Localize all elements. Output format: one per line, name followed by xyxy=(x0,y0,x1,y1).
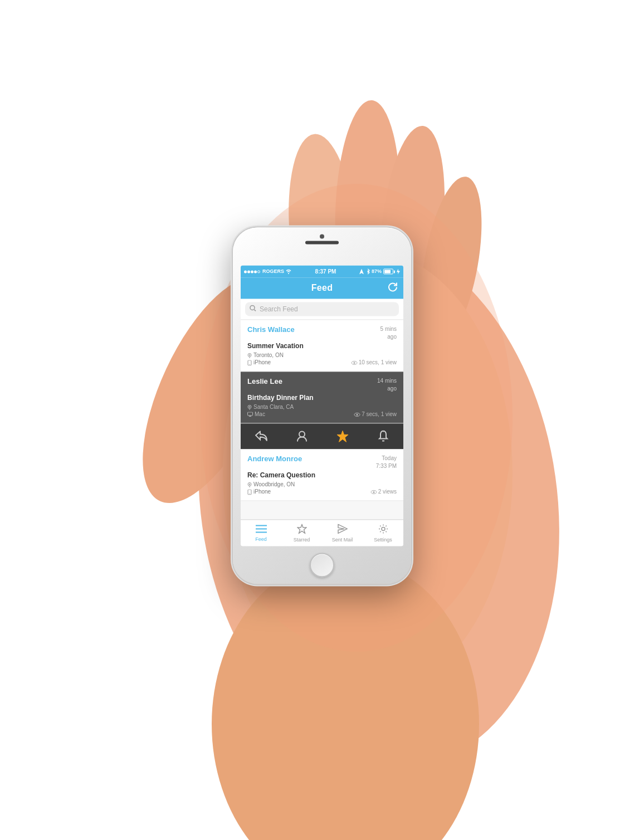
search-icon xyxy=(250,305,256,313)
location-arrow-icon xyxy=(359,268,364,274)
navigation-bar: Feed xyxy=(241,277,403,299)
feed-item-1-title: Summer Vacation xyxy=(247,342,397,350)
feed-item-1-time: 5 mins ago xyxy=(380,325,397,341)
feed-item-2-views: 7 secs, 1 view xyxy=(354,411,397,417)
battery-body xyxy=(383,268,393,274)
feed-item-2-device: Mac xyxy=(247,411,265,417)
phone-container: ROGERS 8:37 PM xyxy=(233,227,411,584)
refresh-button[interactable] xyxy=(388,282,398,294)
battery-percent: 87% xyxy=(372,268,382,274)
tab-bar: Feed Starred xyxy=(241,519,403,546)
speaker xyxy=(305,241,339,244)
feed-item-1-device: iPhone xyxy=(247,359,271,365)
feed-item-leslie-lee[interactable]: Leslie Lee 14 mins ago Birthday Dinner P… xyxy=(241,372,403,423)
home-button[interactable] xyxy=(310,553,334,577)
feed-item-3-location-row: Woodbridge, ON xyxy=(247,481,397,487)
svg-point-42 xyxy=(382,527,385,530)
feed-item-2-name: Leslie Lee xyxy=(247,377,282,385)
svg-marker-40 xyxy=(297,524,306,533)
feed-tab-icon xyxy=(256,524,267,535)
eye-icon-3 xyxy=(370,490,377,494)
reply-button[interactable] xyxy=(255,431,267,442)
bell-button[interactable] xyxy=(378,430,389,442)
signal-dot-4 xyxy=(254,270,257,273)
feed-item-1-location-row: Toronto, ON xyxy=(247,352,397,358)
star-button[interactable] xyxy=(336,430,349,442)
phone-top-elements xyxy=(305,234,339,244)
feed-item-3-views: 2 views xyxy=(370,489,397,495)
pin-icon-2 xyxy=(247,404,252,410)
svg-point-25 xyxy=(357,413,358,415)
tab-starred[interactable]: Starred xyxy=(281,520,322,546)
eye-icon-1 xyxy=(351,360,358,365)
tab-feed[interactable]: Feed xyxy=(241,520,281,546)
search-container: Search Feed xyxy=(241,299,403,320)
feed-item-1-device-row: iPhone 10 secs, 1 view xyxy=(247,359,397,365)
feed-item-2-device-row: Mac 7 secs, 1 view xyxy=(247,411,397,417)
feed-item-1-header: Chris Wallace 5 mins ago xyxy=(247,325,397,341)
battery-tip xyxy=(394,270,395,273)
feed-item-3-name: Andrew Monroe xyxy=(247,455,302,463)
pin-icon-3 xyxy=(247,482,252,487)
main-scene: ROGERS 8:37 PM xyxy=(0,0,644,840)
feed-item-2-location-row: Santa Clara, CA xyxy=(247,404,397,410)
charging-icon xyxy=(397,268,400,274)
svg-point-31 xyxy=(249,484,250,485)
svg-point-12 xyxy=(249,354,250,355)
signal-dot-2 xyxy=(247,270,250,273)
phone-screen: ROGERS 8:37 PM xyxy=(241,265,403,546)
action-row xyxy=(241,423,403,449)
feed-item-3-title: Re: Camera Question xyxy=(247,471,397,479)
signal-dot-1 xyxy=(244,270,247,273)
front-camera xyxy=(320,234,324,238)
bluetooth-icon xyxy=(365,268,370,274)
monitor-icon xyxy=(247,412,253,417)
svg-point-26 xyxy=(299,431,305,437)
tab-feed-label: Feed xyxy=(255,536,267,542)
tab-sent-mail[interactable]: Sent Mail xyxy=(322,520,363,546)
starred-tab-icon xyxy=(297,524,307,536)
search-placeholder: Search Feed xyxy=(260,305,298,313)
feed-item-3-location: Woodbridge, ON xyxy=(247,481,295,487)
battery-fill xyxy=(384,270,391,273)
tab-sent-mail-label: Sent Mail xyxy=(332,537,353,543)
signal-dot-5 xyxy=(257,270,260,273)
eye-icon-2 xyxy=(354,412,360,417)
feed-list: Chris Wallace 5 mins ago Summer Vacation xyxy=(241,320,403,519)
feed-item-2-header: Leslie Lee 14 mins ago xyxy=(247,377,397,393)
svg-point-19 xyxy=(249,406,250,407)
tab-settings[interactable]: Settings xyxy=(363,520,403,546)
search-bar[interactable]: Search Feed xyxy=(245,302,399,316)
feed-item-1-views: 10 secs, 1 view xyxy=(351,359,397,365)
phone-icon-1 xyxy=(247,360,252,365)
refresh-icon xyxy=(388,282,398,292)
phone-icon-3 xyxy=(247,489,252,495)
phone-shell: ROGERS 8:37 PM xyxy=(233,227,411,584)
svg-point-36 xyxy=(373,491,374,492)
svg-rect-21 xyxy=(248,412,253,416)
settings-tab-icon xyxy=(378,524,388,536)
status-time: 8:37 PM xyxy=(315,268,336,275)
feed-item-3-time: Today 7:33 PM xyxy=(376,455,397,470)
status-bar: ROGERS 8:37 PM xyxy=(241,265,403,277)
svg-line-10 xyxy=(255,310,256,311)
feed-item-2-title: Birthday Dinner Plan xyxy=(247,394,397,402)
status-right: 87% xyxy=(359,268,400,274)
svg-point-9 xyxy=(250,305,255,310)
feed-item-3-header: Andrew Monroe Today 7:33 PM xyxy=(247,455,397,470)
feed-item-andrew-monroe[interactable]: Andrew Monroe Today 7:33 PM Re: Camera Q… xyxy=(241,449,403,501)
svg-marker-27 xyxy=(337,431,348,442)
signal-dot-3 xyxy=(251,270,253,273)
person-button[interactable] xyxy=(296,430,308,442)
feed-item-1-location: Toronto, ON xyxy=(247,352,284,358)
sent-mail-tab-icon xyxy=(338,524,348,536)
pin-icon-1 xyxy=(247,353,252,358)
battery-icon xyxy=(383,268,395,274)
carrier-name: ROGERS xyxy=(262,268,284,274)
feed-item-1-name: Chris Wallace xyxy=(247,325,295,334)
signal-dots xyxy=(244,270,260,273)
feed-item-3-device: iPhone xyxy=(247,489,271,495)
feed-item-chris-wallace[interactable]: Chris Wallace 5 mins ago Summer Vacation xyxy=(241,320,403,372)
svg-marker-41 xyxy=(338,524,347,533)
tab-settings-label: Settings xyxy=(374,537,392,543)
